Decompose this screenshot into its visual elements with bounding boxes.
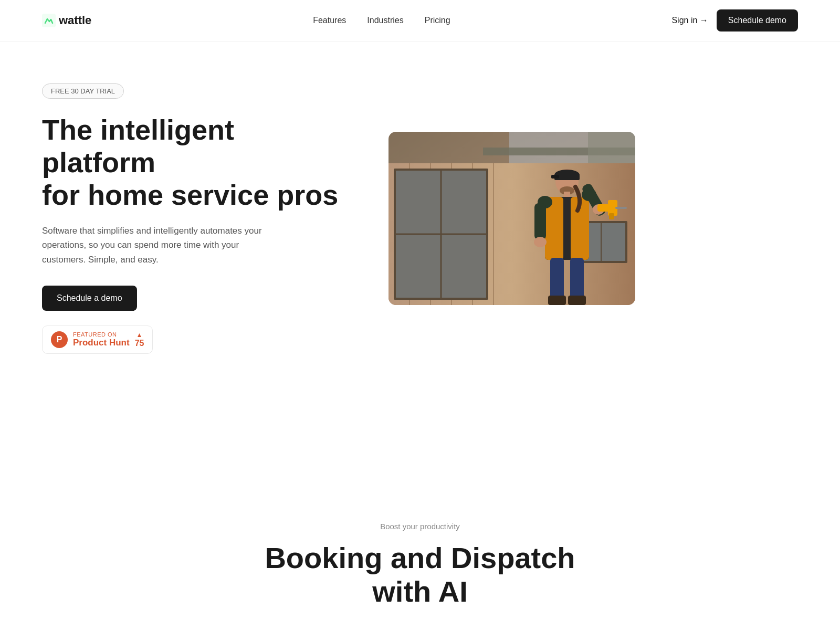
second-section: Boost your productivity Booking and Disp…: [0, 480, 840, 630]
svg-rect-28: [563, 197, 571, 260]
nav-industries[interactable]: Industries: [367, 16, 403, 25]
nav-links: Features Industries Pricing: [313, 16, 450, 25]
logo-text: wattle: [59, 14, 91, 27]
productivity-label: Boost your productivity: [380, 522, 460, 531]
svg-rect-24: [564, 192, 570, 197]
ph-vote-count: 75: [135, 339, 144, 348]
nav-actions: Sign in → Schedule demo: [671, 9, 798, 32]
hero-image: [388, 132, 635, 305]
svg-rect-41: [548, 296, 566, 305]
nav-features[interactable]: Features: [313, 16, 346, 25]
hero-image-area: [388, 132, 798, 305]
hero-subtitle: Software that simplifies and intelligent…: [42, 224, 273, 267]
svg-rect-37: [615, 207, 627, 209]
signin-button[interactable]: Sign in →: [671, 16, 708, 25]
hero-cta-button[interactable]: Schedule a demo: [42, 286, 137, 311]
logo[interactable]: wattle: [42, 14, 91, 27]
free-trial-badge: FREE 30 DAY TRIAL: [42, 83, 124, 99]
ph-arrow-icon: ▲: [136, 331, 143, 339]
svg-rect-42: [568, 296, 586, 305]
ph-votes: ▲ 75: [135, 331, 144, 348]
navbar: wattle Features Industries Pricing Sign …: [0, 0, 840, 41]
ph-featured-on-label: FEATURED ON: [73, 331, 130, 338]
hero-content: FREE 30 DAY TRIAL The intelligent platfo…: [42, 83, 346, 354]
svg-rect-39: [550, 258, 564, 300]
product-hunt-badge[interactable]: P FEATURED ON Product Hunt ▲ 75: [42, 326, 153, 354]
product-hunt-text: FEATURED ON Product Hunt: [73, 331, 130, 348]
svg-rect-38: [609, 213, 614, 219]
nav-pricing[interactable]: Pricing: [425, 16, 450, 25]
svg-rect-40: [570, 258, 584, 300]
section-title: Booking and Dispatch with AI: [265, 541, 575, 609]
product-hunt-logo: P: [51, 331, 68, 348]
nav-schedule-demo-button[interactable]: Schedule demo: [717, 9, 798, 32]
hero-title: The intelligent platform for home servic…: [42, 113, 346, 211]
svg-point-32: [534, 237, 547, 247]
svg-rect-31: [534, 203, 546, 240]
hero-section: FREE 30 DAY TRIAL The intelligent platfo…: [0, 41, 840, 385]
logo-icon: [42, 14, 56, 27]
svg-rect-22: [551, 175, 559, 178]
ph-name-label: Product Hunt: [73, 338, 130, 348]
spacer-area: [0, 385, 840, 480]
